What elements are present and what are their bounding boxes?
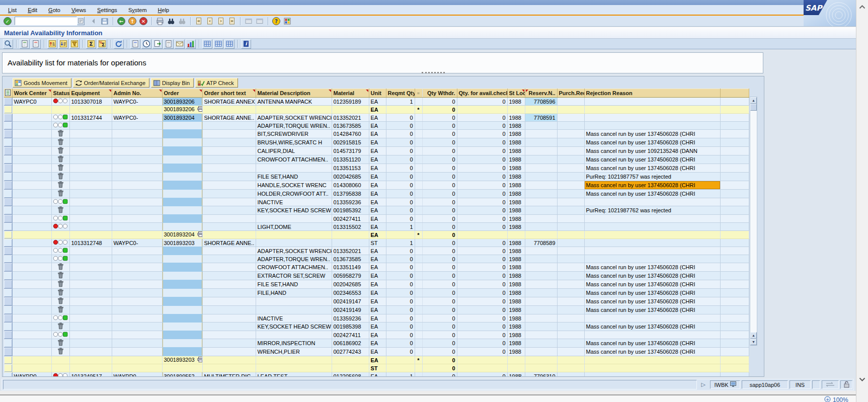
cell-order_short_text[interactable] xyxy=(202,147,256,155)
cell-admin_no[interactable] xyxy=(112,364,162,372)
cell-ind[interactable] xyxy=(415,364,422,372)
cell-rejection[interactable]: Mass cancel run by user 1374506028 (CHRI xyxy=(584,164,720,173)
cell-rejection[interactable] xyxy=(584,106,720,114)
cell-st_loc[interactable] xyxy=(507,356,525,364)
cell-status[interactable] xyxy=(51,106,69,114)
cell-qty_wthdr[interactable]: 0 xyxy=(422,231,457,239)
cell-admin_no[interactable] xyxy=(112,289,162,297)
cell-reserv_no[interactable] xyxy=(525,106,557,114)
cell-admin_no[interactable] xyxy=(112,223,162,231)
cell-order[interactable]: 3001893204 xyxy=(162,231,202,239)
cell-row-selector[interactable] xyxy=(4,173,12,181)
cell-equipment[interactable] xyxy=(69,164,112,173)
cell-purch_req[interactable] xyxy=(557,98,584,106)
cell-admin_no[interactable] xyxy=(112,106,162,114)
cell-order[interactable] xyxy=(162,147,202,155)
cell-work_center[interactable] xyxy=(12,263,51,272)
cell-admin_no[interactable] xyxy=(112,280,162,289)
cell-admin_no[interactable] xyxy=(112,155,162,164)
cell-admin_no[interactable] xyxy=(112,331,162,339)
cell-material[interactable]: 013795838 xyxy=(332,190,369,198)
cell-equipment[interactable] xyxy=(69,263,112,272)
cell-admin_no[interactable] xyxy=(112,348,162,356)
cell-equipment[interactable] xyxy=(69,356,112,364)
cell-qty_wthdr[interactable]: 0 xyxy=(422,306,457,314)
cell-row-selector[interactable] xyxy=(4,122,12,130)
cell-unit[interactable]: EA xyxy=(369,215,386,223)
cell-row-selector[interactable] xyxy=(4,155,12,164)
cell-reserv_no[interactable] xyxy=(525,138,557,147)
cell-st_loc[interactable] xyxy=(507,364,525,372)
cell-qty_wthdr[interactable]: 0 xyxy=(422,331,457,339)
cell-qty_wthdr[interactable]: 0 xyxy=(422,247,457,255)
cell-st_loc[interactable]: 1988 xyxy=(507,190,525,198)
cell-status[interactable] xyxy=(51,130,69,138)
cell-row-selector[interactable] xyxy=(4,314,12,323)
cell-reqmt_qty[interactable] xyxy=(386,106,415,114)
cell-ind[interactable] xyxy=(415,114,422,122)
cell-ind[interactable] xyxy=(415,164,422,173)
cell-equipment[interactable] xyxy=(69,247,112,255)
cell-reqmt_qty[interactable]: 0 xyxy=(386,130,415,138)
cell-st_loc[interactable]: 198B xyxy=(507,372,525,377)
cell-unit[interactable]: EA xyxy=(369,98,386,106)
cell-row-selector[interactable] xyxy=(4,215,12,223)
cell-rejection[interactable] xyxy=(584,247,720,255)
cell-equipment[interactable]: 1013249517 xyxy=(69,372,112,377)
cell-st_loc[interactable]: 1988 xyxy=(507,306,525,314)
cell-status[interactable] xyxy=(51,173,69,181)
cell-reqmt_qty[interactable]: 0 xyxy=(386,190,415,198)
cell-order_short_text[interactable] xyxy=(202,331,256,339)
cell-order_short_text[interactable] xyxy=(202,181,256,190)
cell-st_loc[interactable]: 1988 xyxy=(507,289,525,297)
cell-row-selector[interactable] xyxy=(4,255,12,263)
view-grid-icon[interactable] xyxy=(202,39,212,49)
cell-qty_avail[interactable]: 0 xyxy=(457,98,507,106)
cell-order_short_text[interactable] xyxy=(202,122,256,130)
cell-rejection[interactable] xyxy=(584,239,720,247)
cell-order[interactable] xyxy=(162,272,202,280)
cell-qty_wthdr[interactable]: 0 xyxy=(422,289,457,297)
cell-order[interactable] xyxy=(162,297,202,306)
window-scrollbar[interactable] xyxy=(856,0,868,402)
cell-purch_req[interactable] xyxy=(557,130,584,138)
cell-qty_avail[interactable]: 0 xyxy=(457,323,507,331)
cell-row-selector[interactable] xyxy=(4,190,12,198)
cell-status[interactable] xyxy=(51,356,69,364)
cell-admin_no[interactable] xyxy=(112,339,162,348)
back-mini-icon[interactable] xyxy=(89,16,99,26)
cell-unit[interactable]: EA xyxy=(369,147,386,155)
cell-unit[interactable]: EA xyxy=(369,331,386,339)
cell-material[interactable]: 005958279 xyxy=(332,272,369,280)
cell-qty_avail[interactable]: 0 xyxy=(457,372,507,377)
cell-work_center[interactable] xyxy=(12,122,51,130)
cell-reqmt_qty[interactable]: 0 xyxy=(386,181,415,190)
cell-st_loc[interactable]: 1988 xyxy=(507,155,525,164)
cell-work_center[interactable] xyxy=(12,356,51,364)
cell-equipment[interactable] xyxy=(69,223,112,231)
cell-reserv_no[interactable] xyxy=(525,255,557,263)
cell-order[interactable] xyxy=(162,173,202,181)
menu-item-goto[interactable]: Goto xyxy=(48,7,60,13)
mail-icon[interactable] xyxy=(175,39,185,49)
cell-material[interactable]: 013315502 xyxy=(332,223,369,231)
cell-ind[interactable] xyxy=(415,280,422,289)
cell-purch_req[interactable] xyxy=(557,164,584,173)
cell-unit[interactable]: EA xyxy=(369,306,386,314)
cell-ind[interactable] xyxy=(415,323,422,331)
status-system-field[interactable]: IWBK xyxy=(710,380,740,389)
cell-order_short_text[interactable]: SHORTAGE ANNEX xyxy=(202,98,256,106)
cell-order[interactable] xyxy=(162,122,202,130)
cell-reserv_no[interactable] xyxy=(525,272,557,280)
status-message-field[interactable] xyxy=(3,380,697,389)
cell-st_loc[interactable]: 1988 xyxy=(507,206,525,215)
cell-order[interactable] xyxy=(162,206,202,215)
cell-purch_req[interactable] xyxy=(557,339,584,348)
subtotal-icon[interactable]: %Σ xyxy=(97,39,107,49)
splitter-handle[interactable] xyxy=(422,72,445,73)
cell-st_loc[interactable]: 1988 xyxy=(507,323,525,331)
cell-order[interactable] xyxy=(162,164,202,173)
cell-rejection[interactable] xyxy=(584,122,720,130)
cell-order[interactable] xyxy=(162,280,202,289)
cell-qty_avail[interactable]: 0 xyxy=(457,215,507,223)
